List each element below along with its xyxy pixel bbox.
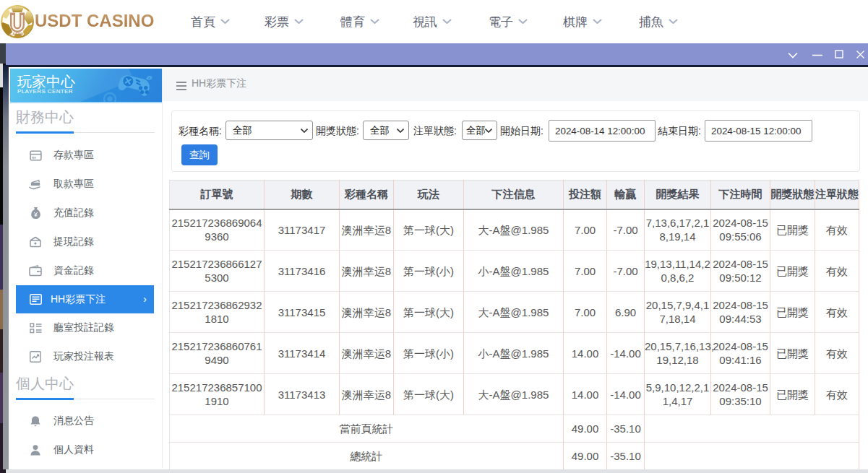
- svg-text:CASINO: CASINO: [9, 32, 25, 36]
